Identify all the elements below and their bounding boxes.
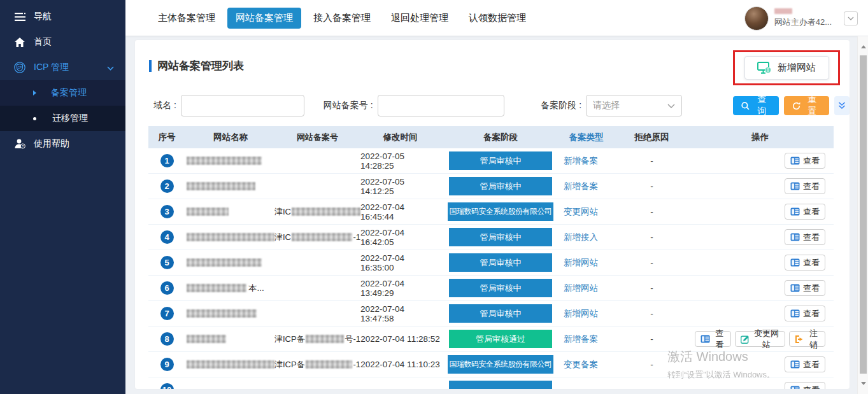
icp-number-cell: 津IC — [274, 206, 360, 218]
sidebar-item-migration-management[interactable]: 迁移管理 — [0, 106, 125, 131]
action-logout-button[interactable]: 注销 — [789, 331, 825, 347]
scrollbar-thumb[interactable] — [860, 55, 867, 374]
tab-3[interactable]: 退回处理管理 — [383, 8, 457, 29]
logout-icon — [795, 335, 804, 344]
view-icon — [701, 335, 710, 343]
action-view-button[interactable]: 查看 — [785, 356, 825, 372]
redacted-site-name — [187, 208, 229, 216]
user-box[interactable]: 网站主办者42... — [744, 0, 858, 36]
redacted-icp-number — [306, 360, 353, 369]
scroll-down-arrow[interactable] — [858, 378, 868, 389]
reject-reason: - — [609, 181, 695, 191]
column-header: 备案阶段 — [440, 132, 561, 143]
sidebar-item-icp[interactable]: CP ICP 管理 — [0, 55, 125, 80]
redacted-username — [774, 8, 792, 14]
menu-icon — [14, 11, 25, 22]
avatar[interactable] — [744, 6, 769, 31]
action-view-button[interactable]: 查看 — [785, 153, 825, 169]
actions-cell: 查看 — [695, 255, 834, 271]
action-view-button[interactable]: 查看 — [785, 255, 825, 271]
view-icon — [790, 284, 800, 292]
user-help-icon: ? — [14, 138, 25, 150]
stage-badge: 管局审核中 — [449, 253, 552, 272]
sidebar-item-help[interactable]: ? 使用帮助 — [0, 131, 125, 157]
filing-type: 新增备案 — [561, 334, 609, 345]
redacted-site-name — [187, 284, 246, 292]
redacted-site-name — [187, 182, 255, 190]
table-header: 序号网站名称网站备案号修改时间备案阶段备案类型拒绝原因操作 — [148, 126, 834, 148]
row-index-badge: 2 — [160, 179, 174, 193]
icp-number-input[interactable] — [378, 95, 505, 116]
add-website-button[interactable]: 新增网站 — [744, 56, 829, 80]
shield-icon: CP — [14, 62, 25, 73]
site-name-cell — [185, 258, 274, 267]
user-dropdown-button[interactable] — [844, 11, 858, 25]
scroll-up-arrow[interactable] — [858, 41, 868, 52]
action-view-button[interactable]: 查看 — [785, 306, 825, 321]
table-row: 72022-07-04 13:47:58管局审核中新增网站-查看 — [148, 301, 834, 327]
icp-number-cell: 津ICP备-1 — [274, 359, 360, 370]
stage-badge: 管局审核通过 — [449, 330, 552, 348]
sidebar-item-label: 首页 — [34, 36, 52, 48]
action-view-button[interactable]: 查看 — [785, 382, 825, 390]
action-view-button[interactable]: 查看 — [785, 229, 825, 245]
home-icon — [14, 36, 25, 48]
sidebar-item-nav[interactable]: 导航 — [0, 4, 125, 29]
view-icon — [790, 386, 800, 390]
top-tabs: 主体备案管理网站备案管理接入备案管理退回处理管理认领数据管理 — [150, 8, 534, 29]
row-index-badge: 7 — [160, 307, 174, 320]
action-view-button[interactable]: 查看 — [785, 280, 825, 296]
modified-time: 2022-07-05 14:12:25 — [360, 177, 440, 196]
triangle-up-icon — [861, 45, 866, 48]
actions-cell: 查看 — [695, 382, 834, 390]
action-view-button[interactable]: 查看 — [785, 204, 825, 220]
redacted-site-name — [187, 157, 262, 165]
column-header: 修改时间 — [360, 132, 440, 143]
site-name-cell — [185, 309, 274, 318]
table-row: 22022-07-05 14:12:25管局审核中新增备案-查看 — [148, 174, 834, 199]
view-icon — [790, 360, 800, 369]
vertical-scrollbar[interactable] — [857, 36, 868, 394]
row-index-badge: 9 — [160, 358, 174, 371]
table-row: 4津IC-12022-07-04 16:42:05管局审核中新增接入-查看 — [148, 225, 834, 250]
tab-1[interactable]: 网站备案管理 — [227, 8, 301, 29]
chevron-down-icon — [667, 104, 675, 108]
annotation-box: 新增网站 — [733, 50, 840, 85]
table-body: 12022-07-05 14:28:25管局审核中新增备案-查看22022-07… — [148, 148, 834, 390]
stage-badge: 管局审核中 — [449, 151, 552, 170]
row-index-badge: 3 — [160, 205, 174, 218]
reset-button[interactable]: 重置 — [784, 96, 829, 115]
reject-reason: - — [609, 156, 695, 165]
icp-prefix: 津ICP备 — [274, 334, 305, 345]
action-change-button[interactable]: 变更网站 — [735, 331, 785, 347]
sidebar-item-label: 导航 — [34, 11, 52, 22]
column-header: 备案类型 — [561, 132, 609, 143]
actions-cell: 查看 — [695, 280, 834, 296]
content-card: 网站备案管理列表 新增网站 域名 : 网站备案号 : 备案阶段 : 请选择 查询 — [134, 39, 850, 390]
search-button[interactable]: 查询 — [733, 96, 778, 115]
search-label: 查询 — [753, 94, 770, 117]
sidebar-item-filing-management[interactable]: 备案管理 — [0, 80, 125, 106]
redacted-site-name — [187, 360, 274, 369]
reject-reason: - — [609, 334, 695, 344]
action-view-button[interactable]: 查看 — [785, 178, 825, 194]
tab-0[interactable]: 主体备案管理 — [150, 8, 224, 29]
icp-number-cell: 津IC-1 — [274, 232, 360, 243]
stage-select[interactable]: 请选择 — [586, 95, 682, 116]
icp-suffix: -1 — [353, 360, 360, 369]
action-view-button[interactable]: 查看 — [695, 331, 731, 347]
view-icon — [790, 233, 800, 241]
view-icon — [790, 258, 800, 267]
tab-4[interactable]: 认领数据管理 — [460, 8, 534, 29]
table-row: 10查看 — [148, 377, 834, 390]
sidebar-item-home[interactable]: 首页 — [0, 29, 125, 55]
domain-input[interactable] — [181, 95, 304, 116]
monitor-globe-icon — [757, 62, 772, 74]
modified-time: 2022-07-05 14:28:25 — [360, 151, 440, 171]
modified-time: 2022-07-04 16:35:00 — [360, 253, 440, 272]
tab-2[interactable]: 接入备案管理 — [305, 8, 379, 29]
search-icon — [741, 102, 750, 110]
table-row: 3津IC2022-07-04 16:45:44国瑞数码安全系统股份有限公司变更网… — [148, 199, 834, 225]
icp-prefix: 津IC — [274, 206, 291, 218]
expand-filters-button[interactable] — [834, 96, 850, 115]
